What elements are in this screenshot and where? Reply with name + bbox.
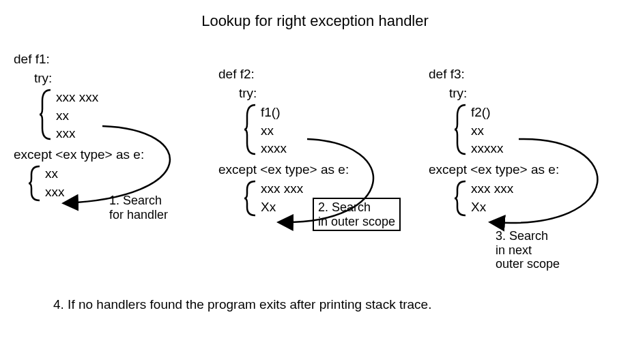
func-f3: def f3: try: f2() xx xxxxx except <ex ty…: [429, 67, 559, 217]
code-line: xx: [56, 107, 144, 125]
func-f1: def f1: try: xxx xxx xx xxx except <ex t…: [14, 52, 144, 202]
step-3-label: 3. Search in next outer scope: [496, 229, 560, 271]
code-line: xxxx: [261, 140, 349, 158]
step-1-line-b: for handler: [109, 208, 168, 222]
f3-def: def f3:: [429, 67, 559, 82]
step-1-label: 1. Search for handler: [109, 194, 168, 222]
f1-try: try:: [34, 71, 144, 86]
f1-except: except <ex type> as e:: [14, 147, 144, 162]
brace-icon: [453, 104, 467, 155]
code-line: f1(): [261, 104, 349, 122]
f1-def: def f1:: [14, 52, 144, 67]
f2-def: def f2:: [218, 67, 349, 82]
code-line: xxx: [56, 125, 144, 143]
brace-icon: [27, 165, 41, 202]
step-2-box: 2. Search in outer scope: [313, 198, 401, 231]
code-line: xxx xxx: [56, 89, 144, 107]
diagram-title: Lookup for right exception handler: [0, 12, 630, 30]
f1-try-block: xxx xxx xx xxx: [38, 89, 144, 140]
code-line: xx: [261, 122, 349, 140]
code-line: f2(): [471, 104, 559, 122]
brace-icon: [243, 180, 257, 217]
f2-try: try:: [239, 86, 349, 101]
code-line: Xx: [471, 198, 559, 217]
code-line: xxx xxx: [261, 180, 349, 198]
f2-try-block: f1() xx xxxx: [243, 104, 349, 155]
f3-except: except <ex type> as e:: [429, 162, 559, 177]
f3-except-block: xxx xxx Xx: [453, 180, 559, 217]
step-3-line-b: in next: [496, 243, 532, 257]
step-1-line-a: 1. Search: [109, 194, 162, 207]
step-2-line-a: 2. Search: [318, 200, 371, 214]
code-line: xx: [45, 165, 144, 183]
code-line: xxxxx: [471, 140, 559, 158]
func-f2: def f2: try: f1() xx xxxx except <ex typ…: [218, 67, 349, 217]
brace-icon: [453, 180, 467, 217]
f2-except: except <ex type> as e:: [218, 162, 349, 177]
code-line: xxx xxx: [471, 180, 559, 198]
step-3-line-c: outer scope: [496, 257, 560, 271]
code-line: xx: [471, 122, 559, 140]
step-3-line-a: 3. Search: [496, 229, 548, 243]
step-2-line-b: in outer scope: [318, 215, 395, 228]
brace-icon: [38, 89, 52, 140]
step-4-footer: 4. If no handlers found the program exit…: [53, 297, 431, 312]
f3-try: try:: [449, 86, 559, 101]
f3-try-block: f2() xx xxxxx: [453, 104, 559, 155]
brace-icon: [243, 104, 257, 155]
